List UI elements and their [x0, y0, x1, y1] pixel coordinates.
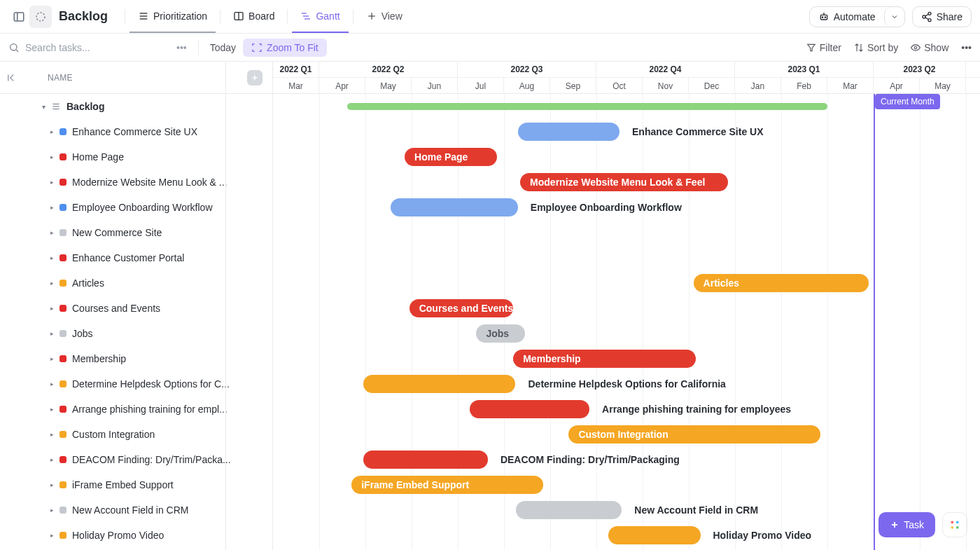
- svg-point-2: [36, 13, 45, 21]
- gantt-bar[interactable]: Custom Integration: [568, 425, 820, 444]
- gantt-bar-label: Employee Onboarding Workflow: [531, 195, 682, 220]
- caret-icon: ▸: [50, 456, 54, 463]
- caret-icon: ▸: [50, 280, 54, 287]
- gantt-bar[interactable]: Jobs: [476, 324, 524, 343]
- views-tabs: Prioritization Board Gantt View: [130, 0, 411, 33]
- gantt-bar[interactable]: [347, 103, 827, 110]
- svg-point-35: [956, 521, 959, 523]
- filter-button[interactable]: Filter: [806, 42, 841, 53]
- share-button[interactable]: Share: [912, 6, 972, 27]
- svg-point-36: [951, 526, 953, 529]
- tab-label: Board: [248, 11, 274, 22]
- tree-item[interactable]: ▸ Modernize Website Menu Look & ...: [0, 170, 272, 195]
- zoom-icon: [251, 42, 262, 53]
- gantt-bar[interactable]: Courses and Events: [410, 299, 514, 317]
- status-dot: [59, 128, 66, 135]
- status-dot: [59, 481, 66, 488]
- main-area: NAME ▾ Backlog ▸ Enhance Commerce Site U…: [0, 62, 980, 550]
- tree-item-label: Jobs: [72, 328, 93, 339]
- sortby-button[interactable]: Sort by: [854, 42, 898, 53]
- tree-item-label: Articles: [72, 277, 104, 289]
- zoom-to-fit-button[interactable]: Zoom To Fit: [243, 39, 327, 57]
- tree-item[interactable]: ▸ Enhance Commerce Site UX: [0, 119, 272, 144]
- tree-item[interactable]: ▸ Arrange phishing training for empl...: [0, 397, 272, 422]
- gantt-bar[interactable]: Articles: [694, 274, 869, 292]
- tree-item[interactable]: ▸ Home Page: [0, 144, 272, 170]
- quarter-label: 2022 Q3: [458, 62, 596, 77]
- gantt-bar[interactable]: [470, 400, 590, 418]
- tree-body: ▾ Backlog ▸ Enhance Commerce Site UX▸ Ho…: [0, 94, 272, 548]
- new-task-button[interactable]: Task: [878, 512, 935, 537]
- tree-item[interactable]: ▸ Courses and Events: [0, 296, 272, 321]
- app-grid-button[interactable]: [942, 512, 967, 537]
- tab-add-view[interactable]: View: [358, 0, 411, 33]
- caret-icon: ▸: [50, 204, 54, 211]
- tree-item[interactable]: ▸ Enhance Customer Portal: [0, 245, 272, 270]
- tree-item[interactable]: ▸ DEACOM Finding: Dry/Trim/Packa...: [0, 447, 272, 472]
- tree-item-label: Holiday Promo Video: [72, 530, 164, 541]
- month-label: May: [920, 78, 966, 94]
- caret-icon: ▸: [50, 481, 54, 488]
- caret-icon: ▸: [50, 406, 54, 413]
- month-label: May: [365, 78, 412, 94]
- today-button[interactable]: Today: [203, 39, 243, 56]
- svg-rect-0: [14, 13, 24, 21]
- space-icon[interactable]: [29, 6, 52, 28]
- month-label: Jun: [412, 78, 458, 94]
- tree-item[interactable]: ▸ Membership: [0, 346, 272, 371]
- tree-item-label: Enhance Customer Portal: [72, 252, 184, 263]
- tree-item[interactable]: ▸ iFrame Embed Support: [0, 472, 272, 497]
- sort-icon: [854, 43, 864, 53]
- tree-item[interactable]: ▸ Employee Onboarding Workflow: [0, 195, 272, 220]
- sidebar-toggle-icon[interactable]: [8, 6, 29, 27]
- gantt-bar[interactable]: [363, 375, 516, 393]
- tree-item[interactable]: ▸ New Commerce Site: [0, 220, 272, 245]
- tree-item[interactable]: ▸ Determine Helpdesk Options for C...: [0, 371, 272, 397]
- plus-icon: [890, 520, 899, 530]
- tree-item[interactable]: ▸ Jobs: [0, 321, 272, 346]
- gantt-bar[interactable]: Home Page: [405, 148, 497, 166]
- quarter-label: 2022 Q2: [319, 62, 458, 77]
- search-input[interactable]: [25, 42, 144, 53]
- show-button[interactable]: Show: [911, 42, 948, 53]
- month-label: Feb: [781, 78, 827, 94]
- topbar: Backlog Prioritization Board Gantt View …: [0, 0, 980, 34]
- tree-item[interactable]: ▸ Articles: [0, 270, 272, 296]
- tree-item[interactable]: ▸ New Account Field in CRM: [0, 497, 272, 523]
- tree-group[interactable]: ▾ Backlog: [0, 94, 272, 119]
- svg-point-18: [923, 15, 925, 18]
- tab-gantt[interactable]: Gantt: [292, 0, 348, 33]
- gantt-bar[interactable]: Modernize Website Menu Look & Feel: [520, 173, 728, 191]
- svg-line-20: [925, 14, 928, 16]
- status-dot: [59, 406, 66, 413]
- gantt-bar[interactable]: [516, 501, 622, 519]
- gantt-bar[interactable]: [391, 198, 518, 216]
- eye-icon: [911, 43, 920, 53]
- more-icon[interactable]: •••: [961, 42, 972, 53]
- tree-item[interactable]: ▸ Custom Integration: [0, 422, 272, 447]
- gantt-bar[interactable]: iFrame Embed Support: [351, 476, 543, 494]
- tree-item-label: New Commerce Site: [72, 227, 162, 238]
- tab-prioritization[interactable]: Prioritization: [130, 0, 216, 33]
- status-dot: [59, 431, 66, 438]
- more-options-icon[interactable]: •••: [169, 42, 194, 53]
- automate-button[interactable]: Automate: [810, 7, 884, 27]
- tab-board[interactable]: Board: [225, 0, 283, 33]
- svg-point-15: [825, 17, 825, 18]
- gantt-bar-label: Determine Helpdesk Options for Californi…: [528, 371, 726, 397]
- month-label: Oct: [596, 78, 643, 94]
- tree-item-label: Enhance Commerce Site UX: [72, 126, 197, 137]
- gantt-bar[interactable]: [608, 526, 701, 544]
- automate-dropdown[interactable]: [884, 7, 904, 27]
- gantt-bar-label: Holiday Promo Video: [713, 523, 812, 548]
- gantt-bar[interactable]: Membership: [513, 350, 696, 368]
- status-dot: [59, 532, 66, 539]
- add-column-button[interactable]: [247, 70, 262, 85]
- gantt-bar[interactable]: [363, 451, 488, 469]
- tree-item[interactable]: ▸ Holiday Promo Video: [0, 523, 272, 548]
- quarter-label: 2022 Q1: [273, 62, 319, 77]
- zoom-label: Zoom To Fit: [267, 42, 318, 53]
- tree-item-label: DEACOM Finding: Dry/Trim/Packa...: [72, 454, 231, 465]
- gantt-timeline[interactable]: 2022 Q12022 Q22022 Q32022 Q42023 Q12023 …: [273, 62, 980, 550]
- gantt-bar[interactable]: [518, 123, 620, 141]
